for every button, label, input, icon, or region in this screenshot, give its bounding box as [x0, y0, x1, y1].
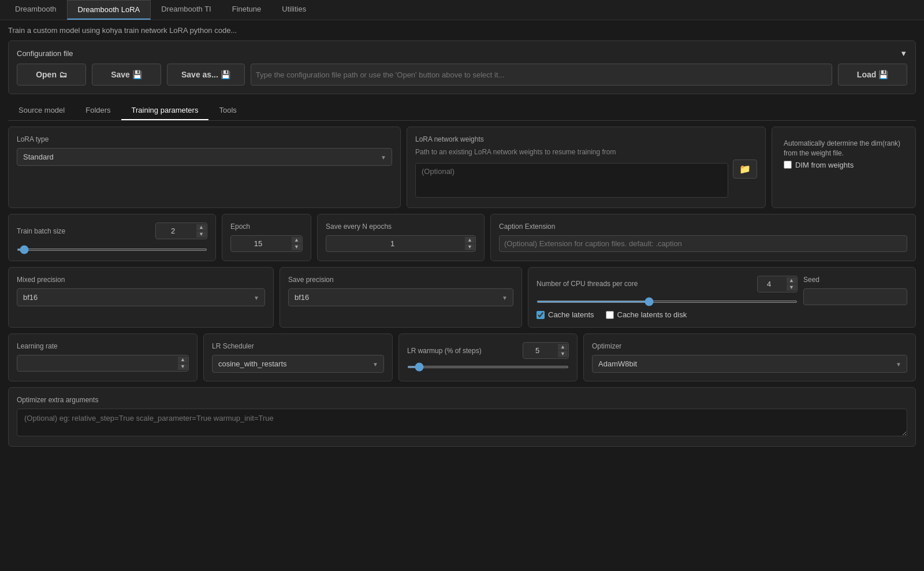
lr-scheduler-select-wrapper: constant constant_with_warmup cosine cos… — [212, 355, 384, 373]
precision-row: Mixed precision no fp16 bf16 Save precis… — [8, 267, 916, 328]
tab-finetune[interactable]: Finetune — [222, 0, 272, 20]
config-file-title: Configuration file ▼ — [17, 49, 907, 58]
tab-training-parameters[interactable]: Training parameters — [121, 101, 209, 120]
save-epochs-input[interactable] — [326, 235, 476, 252]
save-precision-select-wrapper: no fp16 bf16 — [288, 288, 513, 306]
cpu-threads-arrows: ▲ ▼ — [787, 277, 796, 291]
epoch-down[interactable]: ▼ — [292, 244, 301, 250]
save-precision-select[interactable]: no fp16 bf16 — [288, 288, 513, 306]
lr-scheduler-select[interactable]: constant constant_with_warmup cosine cos… — [212, 355, 384, 373]
lora-weights-input[interactable] — [415, 163, 728, 198]
lora-weights-panel: LoRA network weights Path to an existing… — [407, 127, 766, 208]
save-epochs-label: Save every N epochs — [326, 223, 476, 231]
tab-tools[interactable]: Tools — [208, 101, 247, 120]
seed-label: Seed — [803, 276, 907, 284]
caption-ext-label: Caption Extension — [499, 223, 907, 231]
learning-rate-up[interactable]: ▲ — [178, 357, 188, 363]
save-button[interactable]: Save 💾 — [92, 64, 161, 86]
save-epochs-panel: Save every N epochs ▲ ▼ — [317, 214, 485, 261]
dim-from-weights-checkbox[interactable] — [784, 161, 792, 169]
lora-weights-inner: 📁 — [415, 160, 757, 199]
batch-epoch-row: Train batch size ▲ ▼ Epoch ▲ ▼ Save ever… — [8, 214, 916, 261]
load-button[interactable]: Load 💾 — [838, 64, 907, 86]
cache-row: Cache latents Cache latents to disk — [536, 310, 798, 319]
config-file-section: Configuration file ▼ Open 🗂 Save 💾 Save … — [8, 40, 916, 94]
lora-type-weights-row: LoRA type Standard LoCon LoHa LoKr IA3 D… — [8, 127, 916, 208]
save-epochs-spinner: ▲ ▼ — [326, 235, 476, 252]
sub-tabs-bar: Source model Folders Training parameters… — [8, 101, 916, 121]
mixed-precision-panel: Mixed precision no fp16 bf16 — [8, 267, 274, 328]
learning-rate-down[interactable]: ▼ — [178, 364, 188, 370]
tab-dreambooth-lora[interactable]: Dreambooth LoRA — [67, 0, 151, 20]
cpu-threads-down[interactable]: ▼ — [787, 284, 796, 291]
save-as-button[interactable]: Save as... 💾 — [167, 64, 245, 86]
lr-warmup-panel: LR warmup (% of steps) ▲ ▼ — [398, 333, 578, 381]
batch-size-spinner: ▲ ▼ — [155, 223, 207, 239]
tab-dreambooth[interactable]: Dreambooth — [5, 0, 67, 20]
cache-latents-disk-label: Cache latents to disk — [617, 310, 687, 319]
cache-latents-item: Cache latents — [536, 310, 594, 319]
learning-rate-input[interactable]: 0,00005 — [17, 355, 189, 372]
lr-warmup-arrows: ▲ ▼ — [558, 344, 568, 357]
tab-folders[interactable]: Folders — [75, 101, 121, 120]
dim-desc-text: Automatically determine the dim(rank) fr… — [784, 139, 904, 158]
learning-rate-arrows: ▲ ▼ — [178, 357, 188, 370]
lora-type-select-wrapper: Standard LoCon LoHa LoKr IA3 DyLoRA — [17, 148, 392, 166]
optimizer-extra-panel: Optimizer extra arguments — [8, 387, 916, 447]
config-chevron-icon: ▼ — [900, 49, 907, 58]
learning-rate-label: Learning rate — [17, 342, 189, 350]
save-precision-panel: Save precision no fp16 bf16 — [280, 267, 522, 328]
cpu-threads-label: Number of CPU threads per core — [536, 280, 638, 289]
batch-size-down[interactable]: ▼ — [196, 231, 206, 238]
lr-warmup-spinner: ▲ ▼ — [523, 342, 569, 359]
lora-weights-folder-button[interactable]: 📁 — [733, 160, 757, 179]
lr-row: Learning rate 0,00005 ▲ ▼ LR Scheduler c… — [8, 333, 916, 381]
lr-warmup-up[interactable]: ▲ — [558, 344, 568, 350]
mixed-precision-select[interactable]: no fp16 bf16 — [17, 288, 265, 306]
batch-size-slider[interactable] — [17, 249, 207, 251]
config-path-input[interactable] — [251, 64, 832, 86]
seed-panel: Seed 2709461099 — [803, 276, 907, 319]
lora-type-label: LoRA type — [17, 135, 392, 143]
dim-from-weights-container: Automatically determine the dim(rank) fr… — [780, 135, 907, 173]
lr-warmup-label: LR warmup (% of steps) — [407, 347, 482, 355]
dim-checkbox-wrap: DIM from weights — [784, 161, 904, 169]
optimizer-extra-input[interactable] — [17, 409, 907, 436]
tab-dreambooth-ti[interactable]: Dreambooth TI — [151, 0, 221, 20]
config-buttons-row: Open 🗂 Save 💾 Save as... 💾 Load 💾 — [17, 64, 907, 86]
mixed-precision-label: Mixed precision — [17, 276, 265, 284]
caption-extension-panel: Caption Extension — [490, 214, 916, 261]
cpu-threads-panel: Number of CPU threads per core ▲ ▼ — [536, 276, 798, 319]
save-epochs-up[interactable]: ▲ — [465, 237, 475, 243]
tab-source-model[interactable]: Source model — [8, 101, 75, 120]
lora-type-select[interactable]: Standard LoCon LoHa LoKr IA3 DyLoRA — [17, 148, 392, 166]
optimizer-select[interactable]: AdamW AdamW8bit Lion SGDNesterov SGDNest… — [592, 355, 907, 373]
batch-size-panel: Train batch size ▲ ▼ — [8, 214, 216, 261]
cpu-seed-panel: Number of CPU threads per core ▲ ▼ — [528, 267, 916, 328]
lr-warmup-down[interactable]: ▼ — [558, 351, 568, 357]
batch-size-up[interactable]: ▲ — [196, 224, 206, 231]
save-epochs-down[interactable]: ▼ — [465, 244, 475, 250]
cache-latents-checkbox[interactable] — [536, 311, 545, 319]
open-button[interactable]: Open 🗂 — [17, 64, 86, 86]
seed-input[interactable]: 2709461099 — [803, 288, 907, 305]
caption-ext-input[interactable] — [499, 235, 907, 252]
cpu-threads-slider[interactable] — [536, 301, 798, 303]
cache-latents-disk-item: Cache latents to disk — [606, 310, 687, 319]
cpu-seed-inner: Number of CPU threads per core ▲ ▼ — [536, 276, 907, 319]
lora-weights-desc: Path to an existing LoRA network weights… — [415, 148, 757, 156]
save-epochs-arrows: ▲ ▼ — [465, 237, 475, 250]
batch-size-arrows: ▲ ▼ — [196, 224, 206, 238]
lr-scheduler-panel: LR Scheduler constant constant_with_warm… — [203, 333, 393, 381]
tab-utilities[interactable]: Utilities — [271, 0, 316, 20]
epoch-up[interactable]: ▲ — [292, 237, 301, 243]
batch-size-slider-wrap — [17, 244, 207, 253]
cache-latents-disk-checkbox[interactable] — [606, 311, 614, 319]
lora-dim-panel: Automatically determine the dim(rank) fr… — [772, 127, 916, 208]
optimizer-label: Optimizer — [592, 342, 907, 350]
lr-warmup-slider[interactable] — [407, 366, 569, 368]
optimizer-select-wrapper: AdamW AdamW8bit Lion SGDNesterov SGDNest… — [592, 355, 907, 373]
config-file-label: Configuration file — [17, 49, 73, 58]
cpu-threads-up[interactable]: ▲ — [787, 277, 796, 284]
page-subtitle: Train a custom model using kohya train n… — [0, 20, 924, 40]
